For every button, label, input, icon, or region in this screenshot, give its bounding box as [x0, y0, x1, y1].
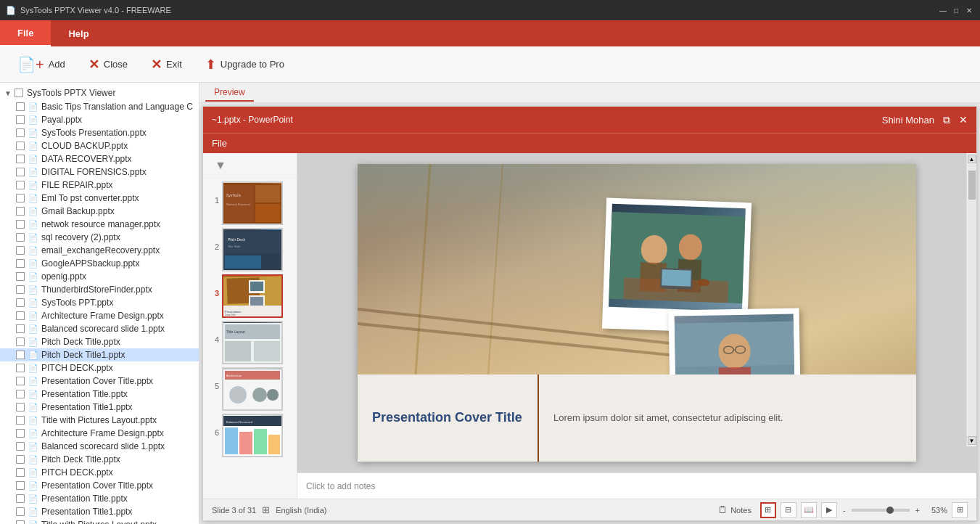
menu-help[interactable]: Help: [51, 20, 106, 46]
list-item[interactable]: 📄 SysTools PPT.pptx: [0, 296, 199, 309]
list-item[interactable]: 📄 Balanced scorecard slide 1.pptx: [0, 322, 199, 335]
list-item[interactable]: 📄 Presentation Title1.pptx: [0, 401, 199, 414]
slide-show-button[interactable]: ▶: [821, 502, 837, 518]
maximize-button[interactable]: □: [951, 5, 961, 15]
item-checkbox[interactable]: [16, 155, 25, 163]
item-checkbox[interactable]: [16, 520, 25, 524]
item-checkbox[interactable]: [16, 102, 25, 111]
list-item[interactable]: 📄 FILE REPAIR.pptx: [0, 179, 199, 192]
fit-window-button[interactable]: ⊞: [952, 502, 968, 518]
zoom-slider[interactable]: [852, 509, 910, 512]
item-checkbox[interactable]: [16, 233, 25, 242]
list-item[interactable]: 📄 Basic Tips Translation and Language C: [0, 100, 199, 113]
list-item[interactable]: 📄 openig.pptx: [0, 270, 199, 283]
sidebar-root[interactable]: ▼ SysTools PPTX Viewer: [0, 86, 199, 100]
list-item[interactable]: 📄 Presentation Cover Title.pptx: [0, 479, 199, 492]
list-item[interactable]: 📄 Presentation Title1.pptx: [0, 505, 199, 518]
list-item[interactable]: 📄 Balanced scorecard slide 1.pptx: [0, 440, 199, 453]
item-checkbox[interactable]: [16, 220, 25, 229]
item-checkbox[interactable]: [16, 285, 25, 294]
slide-thumbnail[interactable]: Architecture: [222, 367, 283, 411]
scroll-up-button[interactable]: ▲: [968, 155, 976, 163]
root-checkbox[interactable]: [15, 89, 23, 97]
notes-button[interactable]: 🗒 Notes: [714, 503, 756, 517]
close-button[interactable]: ✕: [964, 5, 974, 15]
list-item[interactable]: 📄 email_exchangeRecovery.pptx: [0, 244, 199, 257]
list-item[interactable]: 📄 DIGITAL FORENSICS.pptx: [0, 165, 199, 179]
close-file-button[interactable]: ✕ Close: [80, 52, 136, 77]
item-checkbox[interactable]: [16, 481, 25, 490]
item-checkbox[interactable]: [16, 207, 25, 216]
list-item[interactable]: 📄 GoogleAPPSbackup.pptx: [0, 257, 199, 270]
item-checkbox[interactable]: [16, 168, 25, 176]
list-item[interactable]: 📄 Gmail Backup.pptx: [0, 205, 199, 218]
list-item[interactable]: 📄 Presentation Title.pptx: [0, 492, 199, 505]
item-checkbox[interactable]: [16, 507, 25, 516]
list-item[interactable]: 📄 Pitch Deck Title.pptx: [0, 453, 199, 466]
reading-view-button[interactable]: 📖: [801, 502, 817, 518]
item-checkbox[interactable]: [16, 311, 25, 320]
item-checkbox[interactable]: [16, 416, 25, 425]
list-item[interactable]: 📄 Architecture Frame Design.pptx: [0, 309, 199, 322]
list-item[interactable]: 📄 Eml To pst converter.pptx: [0, 192, 199, 205]
item-checkbox[interactable]: [16, 364, 25, 372]
item-checkbox[interactable]: [16, 494, 25, 503]
item-checkbox[interactable]: [16, 351, 25, 359]
list-item[interactable]: 📄 ThunderbirdStoreFinder.pptx: [0, 283, 199, 296]
list-item[interactable]: 📄 Presentation Cover Title.pptx: [0, 374, 199, 388]
item-checkbox[interactable]: [16, 181, 25, 189]
slide-sorter-button[interactable]: ⊟: [781, 502, 796, 518]
list-item[interactable]: 📄 Pitch Deck Title1.pptx: [0, 348, 199, 361]
pptx-restore-button[interactable]: ⧉: [943, 114, 950, 126]
pptx-file-menu[interactable]: File: [212, 138, 227, 149]
list-item[interactable]: 📄 CLOUD BACKUP.pptx: [0, 139, 199, 152]
item-checkbox[interactable]: [16, 468, 25, 477]
zoom-plus[interactable]: +: [914, 506, 921, 515]
list-item[interactable]: 📄 Pitch Deck Title.pptx: [0, 335, 199, 348]
item-checkbox[interactable]: [16, 429, 25, 438]
notes-area[interactable]: Click to add notes: [297, 472, 976, 499]
list-item[interactable]: 📄 DATA RECOVERY.pptx: [0, 152, 199, 165]
list-item[interactable]: 📄 netwok resource manager.pptx: [0, 218, 199, 231]
slide-thumbnail[interactable]: Presentation Cover Title: [222, 274, 283, 318]
slide-thumbnail[interactable]: Pitch Deck Title Slide: [222, 228, 283, 271]
list-item[interactable]: 📄 Presentation Title.pptx: [0, 388, 199, 401]
zoom-minus[interactable]: -: [841, 506, 847, 515]
list-item[interactable]: 📄 Architecture Frame Design.pptx: [0, 427, 199, 440]
minimize-button[interactable]: —: [938, 5, 948, 15]
list-item[interactable]: 📄 SysTools Presentation.pptx: [0, 126, 199, 139]
item-checkbox[interactable]: [16, 442, 25, 451]
item-checkbox[interactable]: [16, 194, 25, 202]
tab-preview[interactable]: Preview: [205, 84, 254, 102]
list-item[interactable]: 📄 PITCH DECK.pptx: [0, 466, 199, 479]
slide-scrollbar[interactable]: ▲ ▼: [966, 153, 976, 446]
list-item[interactable]: 📄 Payal.pptx: [0, 113, 199, 126]
add-button[interactable]: 📄+ Add: [9, 52, 74, 78]
slide-thumbnail[interactable]: Balanced Scorecard: [222, 414, 283, 457]
slide-thumbnail[interactable]: Title Layout: [222, 321, 283, 364]
list-item[interactable]: 📄 sql recovery (2).pptx: [0, 231, 199, 244]
item-checkbox[interactable]: [16, 337, 25, 346]
item-checkbox[interactable]: [16, 259, 25, 268]
item-checkbox[interactable]: [16, 272, 25, 281]
item-checkbox[interactable]: [16, 377, 25, 385]
panel-filter-button[interactable]: ▼: [209, 156, 232, 175]
normal-view-button[interactable]: ⊞: [760, 502, 776, 518]
pptx-close-button[interactable]: ✕: [959, 114, 968, 126]
item-checkbox[interactable]: [16, 390, 25, 398]
menu-file[interactable]: File: [0, 20, 51, 46]
slide-thumbnail[interactable]: SysTools Network Resource: [222, 181, 283, 225]
upgrade-button[interactable]: ⬆ Upgrade to Pro: [197, 52, 293, 77]
item-checkbox[interactable]: [16, 324, 25, 333]
item-checkbox[interactable]: [16, 403, 25, 412]
list-item[interactable]: 📄 Title with Pictures Layout.pptx: [0, 414, 199, 427]
item-checkbox[interactable]: [16, 142, 25, 150]
item-checkbox[interactable]: [16, 455, 25, 464]
exit-button[interactable]: ✕ Exit: [142, 52, 191, 77]
item-checkbox[interactable]: [16, 115, 25, 124]
item-checkbox[interactable]: [16, 128, 25, 137]
scroll-down-button[interactable]: ▼: [968, 436, 976, 445]
list-item[interactable]: 📄 PITCH DECK.pptx: [0, 361, 199, 374]
list-item[interactable]: 📄 Title with Pictures Layout.pptx: [0, 518, 199, 524]
item-checkbox[interactable]: [16, 298, 25, 307]
